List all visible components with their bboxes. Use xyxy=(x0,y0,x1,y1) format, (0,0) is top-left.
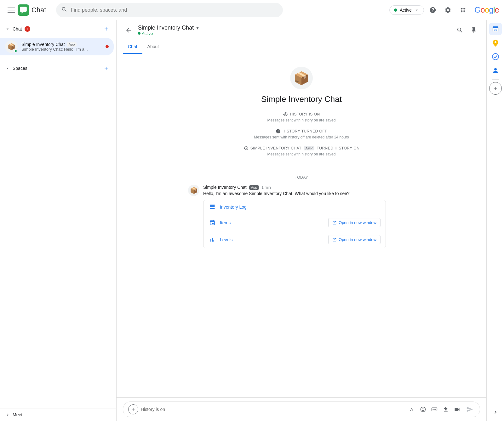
video-button[interactable] xyxy=(452,404,462,414)
chat-status: Active xyxy=(142,31,153,36)
history-icon2 xyxy=(243,146,249,151)
items-label: Items xyxy=(220,220,324,225)
active-label: Active xyxy=(400,8,412,13)
add-addon-button[interactable]: + xyxy=(489,82,502,95)
google-logo: Google xyxy=(474,5,499,15)
search-input[interactable] xyxy=(71,7,278,13)
help-button[interactable] xyxy=(427,4,439,16)
main-layout: Chat 1 + 📦 Simple Inventory Chat App Sim… xyxy=(0,20,504,421)
chat-list-item[interactable]: 📦 Simple Inventory Chat App Simple Inven… xyxy=(0,38,114,55)
bot-avatar: 📦 xyxy=(290,67,313,89)
chevron-right-icon xyxy=(5,412,10,417)
new-chat-button[interactable]: + xyxy=(101,24,111,34)
meet-title[interactable]: Meet xyxy=(5,412,111,417)
message-avatar-icon: 📦 xyxy=(190,187,198,194)
inventory-log-label: Inventory Log xyxy=(220,205,381,210)
spaces-section: Spaces + xyxy=(0,58,116,77)
search-chat-button[interactable] xyxy=(454,24,466,36)
right-sidebar: 31 + xyxy=(486,20,504,421)
emoji-button[interactable] xyxy=(418,404,428,414)
chat-header-info: Simple Inventory Chat ▾ Active xyxy=(138,25,450,36)
add-attachment-button[interactable]: + xyxy=(128,404,138,414)
history-icon xyxy=(283,112,288,117)
active-status-button[interactable]: Active xyxy=(389,5,424,15)
history-turned-on-notice: SIMPLE INVENTORY CHAT APP TURNED HISTORY… xyxy=(243,146,360,159)
menu-button[interactable] xyxy=(5,4,18,16)
meet-section: Meet xyxy=(0,408,116,421)
card-item-items: Items Open in new window xyxy=(203,214,386,231)
calendar-button[interactable]: 31 xyxy=(489,23,502,35)
chevron-down-icon xyxy=(5,26,10,31)
chat-content: 📦 Simple Inventory Chat HISTORY IS ON Me… xyxy=(117,54,486,397)
unread-dot xyxy=(106,45,109,48)
calendar-icon: 31 xyxy=(492,25,499,33)
chevron-right-icon xyxy=(492,409,499,415)
svg-text:GIF: GIF xyxy=(432,408,436,411)
inventory-card: Inventory Log Items Open in new window xyxy=(203,200,386,248)
history-turned-on-sub: Messages sent with history on are saved xyxy=(267,152,336,156)
bot-header: 📦 Simple Inventory Chat HISTORY IS ON Me… xyxy=(243,60,360,163)
svg-rect-1 xyxy=(8,10,15,10)
chat-title-dropdown[interactable]: ▾ xyxy=(196,25,199,31)
chevron-down-icon xyxy=(414,8,419,13)
levels-open-button[interactable]: Open in new window xyxy=(328,235,381,244)
expand-button[interactable] xyxy=(489,406,502,418)
tabs: Chat About xyxy=(117,40,486,54)
card-item-inventory-log[interactable]: Inventory Log xyxy=(203,200,386,214)
app-logo: Chat xyxy=(18,4,46,16)
tasks-button[interactable] xyxy=(489,50,502,63)
message-text: Hello, I'm an awesome Simple Inventory C… xyxy=(203,191,415,196)
svg-rect-7 xyxy=(493,26,498,28)
inventory-log-icon xyxy=(209,204,216,210)
chat-item-preview: Simple Inventory Chat: Hello, I'm a... xyxy=(21,47,102,52)
search-bar xyxy=(56,3,283,17)
pin-button[interactable] xyxy=(467,24,480,36)
status-dot-icon xyxy=(138,32,140,35)
send-button[interactable] xyxy=(465,404,475,414)
tab-about[interactable]: About xyxy=(142,40,164,54)
history-on-sub: Messages sent with history on are saved xyxy=(267,118,336,122)
items-open-button[interactable]: Open in new window xyxy=(328,218,381,227)
message-input[interactable] xyxy=(141,407,404,412)
history-off-icon xyxy=(276,129,281,134)
history-off-label: HISTORY TURNED OFF xyxy=(283,129,327,133)
chat-section-title: Chat 1 xyxy=(5,26,30,32)
history-on-notice: HISTORY IS ON Messages sent with history… xyxy=(267,112,336,125)
svg-text:31: 31 xyxy=(494,28,497,31)
tasks-icon xyxy=(492,53,499,60)
bot-name: Simple Inventory Chat xyxy=(261,94,342,104)
chat-header: Simple Inventory Chat ▾ Active xyxy=(117,20,486,40)
input-actions: GIF xyxy=(407,404,462,414)
open-in-new-icon2 xyxy=(332,238,337,242)
chat-main: Simple Inventory Chat ▾ Active Chat xyxy=(117,20,486,421)
input-container: + GIF xyxy=(123,401,480,417)
message-content: Simple Inventory Chat App 1 min Hello, I… xyxy=(203,185,415,248)
search-icon xyxy=(61,6,67,14)
history-off-notice: HISTORY TURNED OFF Messages sent with hi… xyxy=(254,129,349,142)
app-badge: App xyxy=(67,42,77,47)
bot-avatar-icon: 📦 xyxy=(8,43,15,50)
history-off-sub: Messages sent with history off are delet… xyxy=(254,135,349,139)
history-turned-on-label: SIMPLE INVENTORY CHAT APP TURNED HISTORY… xyxy=(250,146,360,150)
tab-chat[interactable]: Chat xyxy=(123,40,142,54)
spaces-section-header[interactable]: Spaces + xyxy=(0,59,116,77)
keep-button[interactable] xyxy=(489,36,502,49)
svg-rect-2 xyxy=(8,12,15,13)
chat-header-actions xyxy=(454,24,480,36)
settings-button[interactable] xyxy=(442,4,454,16)
svg-rect-0 xyxy=(8,8,15,8)
message-sender: Simple Inventory Chat xyxy=(203,185,247,190)
upload-button[interactable] xyxy=(441,404,451,414)
chat-section-header[interactable]: Chat 1 + xyxy=(0,20,116,38)
new-space-button[interactable]: + xyxy=(101,63,111,73)
gif-button[interactable]: GIF xyxy=(429,404,439,414)
message-app-badge: App xyxy=(249,185,259,190)
format-text-button[interactable] xyxy=(407,404,417,414)
items-icon xyxy=(209,220,216,226)
contacts-button[interactable] xyxy=(489,64,502,77)
message-avatar: 📦 xyxy=(188,185,199,196)
left-sidebar: Chat 1 + 📦 Simple Inventory Chat App Sim… xyxy=(0,20,117,421)
online-indicator xyxy=(14,49,17,53)
apps-button[interactable] xyxy=(457,4,469,16)
back-button[interactable] xyxy=(123,25,134,36)
